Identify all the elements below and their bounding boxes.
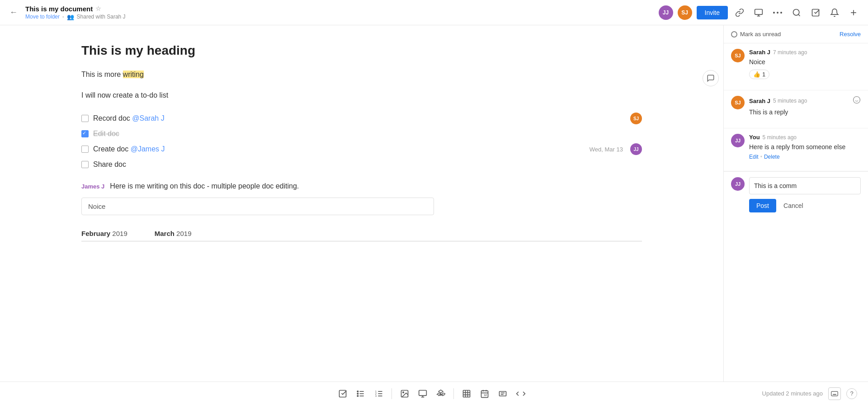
mention-james: @James J — [131, 145, 165, 153]
comment-text-1: Noice — [749, 57, 861, 67]
toolbar-ordered-list-icon[interactable]: 123 — [371, 386, 387, 402]
dot-separator: • — [62, 14, 64, 19]
comment-bubble-button[interactable] — [703, 70, 719, 86]
comment-panel-header: Mark as unread Resolve — [724, 25, 868, 43]
svg-point-4 — [777, 12, 778, 14]
thumbs-up-emoji: 👍 — [753, 71, 760, 78]
add-icon[interactable] — [846, 5, 861, 20]
updated-text: Updated 2 minutes ago — [762, 390, 823, 397]
help-icon[interactable]: ? — [846, 388, 857, 399]
comment-thread-2: SJ Sarah J 5 minutes ago This is a reply — [724, 90, 868, 128]
star-icon[interactable]: ☆ — [95, 5, 101, 12]
svg-point-20 — [357, 395, 359, 396]
toolbar-table-icon[interactable] — [458, 386, 475, 402]
mark-as-unread-button[interactable]: Mark as unread — [731, 31, 781, 38]
svg-rect-14 — [339, 390, 346, 397]
todo-text-3: Create doc @James J — [93, 145, 165, 153]
comment-panel: Mark as unread Resolve SJ Sarah J 7 minu… — [723, 25, 868, 405]
toolbar-embed-icon[interactable] — [415, 386, 431, 402]
assignee-avatar-jj: JJ — [630, 143, 642, 155]
link-icon[interactable] — [732, 5, 747, 20]
doc-text-2: I will now create a to-do list — [81, 89, 642, 101]
comment-text-3: Here is a reply from someone else — [749, 142, 861, 152]
document-area: This is my heading This is more writing … — [0, 25, 723, 405]
text-prefix: This is more — [81, 71, 123, 78]
tasks-icon[interactable] — [808, 5, 823, 20]
topbar-left: ← This is my document ☆ Move to folder •… — [7, 5, 126, 20]
invite-button[interactable]: Invite — [697, 6, 728, 19]
shared-label: Shared with Sarah J — [77, 14, 126, 20]
reaction-count-1: 1 — [762, 71, 765, 78]
svg-line-7 — [798, 14, 800, 16]
search-icon[interactable] — [789, 5, 804, 20]
mention-sarah: @Sarah J — [132, 114, 164, 122]
notifications-icon[interactable] — [827, 5, 842, 20]
svg-text:3: 3 — [375, 394, 376, 397]
reply-buttons: Post Cancel — [749, 199, 861, 212]
todo-checkbox-2[interactable] — [81, 130, 89, 137]
move-to-folder-link[interactable]: Move to folder — [25, 14, 60, 20]
doc-text-1: This is more writing — [81, 69, 642, 80]
comment-entry-3: JJ You 5 minutes ago Here is a reply fro… — [731, 134, 861, 160]
toolbar-separator-2 — [453, 388, 454, 399]
main-layout: This is my heading This is more writing … — [0, 25, 868, 405]
toolbar-center: 123 12 — [335, 386, 529, 402]
svg-rect-45 — [831, 391, 838, 396]
comment-actions-3: Edit • Delete — [749, 154, 861, 160]
comment-body-2: Sarah J 5 minutes ago This is a reply — [749, 96, 861, 117]
collab-text: Here is me writing on this doc - multipl… — [110, 182, 299, 190]
todo-checkbox-3[interactable] — [81, 146, 89, 153]
noice-input[interactable]: Noice — [81, 198, 434, 215]
toolbar-checkbox-icon[interactable] — [335, 386, 351, 402]
edit-comment-button[interactable]: Edit — [749, 154, 759, 160]
action-separator: • — [760, 154, 762, 160]
comment-author-1: Sarah J — [749, 49, 770, 56]
toolbar-image-icon[interactable] — [396, 386, 413, 402]
present-icon[interactable] — [751, 5, 766, 20]
todo-text-2: Edit doc — [93, 130, 119, 138]
back-button[interactable]: ← — [7, 6, 20, 19]
svg-rect-0 — [755, 9, 763, 14]
highlighted-word: writing — [123, 71, 144, 78]
toolbar-calendar-icon[interactable]: 12 — [476, 386, 493, 402]
comment-avatar-sj-2: SJ — [731, 96, 745, 109]
keyboard-shortcut-icon[interactable] — [828, 387, 841, 400]
svg-rect-32 — [463, 390, 470, 397]
comment-time-3: 5 minutes ago — [763, 134, 797, 141]
doc-title-text: This is my document — [25, 5, 93, 13]
reply-input[interactable] — [749, 177, 861, 194]
todo-checkbox-4[interactable] — [81, 161, 89, 168]
reaction-pill-1[interactable]: 👍 1 — [749, 70, 769, 79]
svg-point-19 — [357, 393, 359, 394]
doc-title-area: This is my document ☆ Move to folder • 👥… — [25, 5, 126, 20]
reply-area: JJ Post Cancel — [724, 171, 868, 218]
toolbar-timeline-icon[interactable] — [495, 386, 511, 402]
post-button[interactable]: Post — [749, 199, 776, 212]
due-date-text: Wed, Mar 13 — [590, 146, 623, 153]
avatar-sj[interactable]: SJ — [678, 5, 692, 20]
more-options-icon[interactable] — [770, 5, 785, 20]
toolbar-code-icon[interactable] — [513, 386, 529, 402]
mark-unread-label: Mark as unread — [740, 31, 781, 38]
delete-comment-button[interactable]: Delete — [764, 154, 780, 160]
add-reaction-icon[interactable] — [853, 96, 861, 106]
comment-body-3: You 5 minutes ago Here is a reply from s… — [749, 134, 861, 160]
topbar: ← This is my document ☆ Move to folder •… — [0, 0, 868, 25]
toolbar-unordered-list-icon[interactable] — [353, 386, 369, 402]
todo-item-3: Create doc @James J Wed, Mar 13 JJ — [81, 141, 642, 158]
avatar-jj[interactable]: JJ — [659, 5, 673, 20]
doc-heading: This is my heading — [81, 43, 642, 58]
todo-checkbox-1[interactable] — [81, 115, 89, 122]
timeline-row: February 2019 March 2019 — [81, 226, 642, 237]
toolbar-dropbox-icon[interactable] — [433, 386, 449, 402]
todo-text-4: Share doc — [93, 160, 126, 169]
comment-text-2: This is a reply — [749, 108, 861, 117]
timeline-line — [81, 241, 642, 241]
toolbar-separator-1 — [392, 388, 392, 399]
cancel-reply-button[interactable]: Cancel — [780, 199, 807, 212]
resolve-button[interactable]: Resolve — [840, 31, 861, 38]
svg-point-11 — [854, 97, 860, 104]
svg-point-18 — [357, 391, 359, 392]
comment-header-1: Sarah J 7 minutes ago — [749, 49, 861, 56]
comment-time-1: 7 minutes ago — [773, 49, 807, 56]
